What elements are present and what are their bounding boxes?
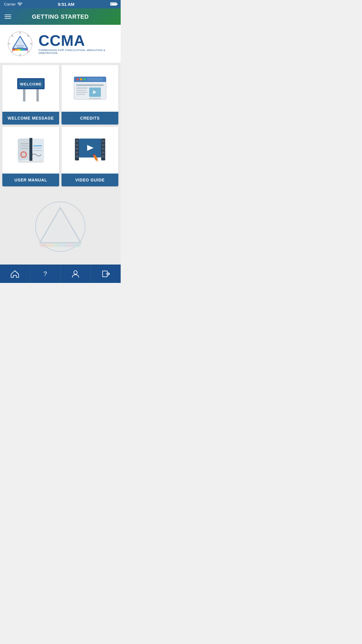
nav-home-button[interactable] [0, 265, 30, 283]
logo-area: CCMA COMMISSION FOR CONCILIATION, MEDIAT… [0, 25, 121, 63]
svg-rect-37 [76, 88, 87, 89]
svg-point-30 [76, 78, 79, 80]
browser-window-icon [71, 74, 109, 103]
svg-rect-79 [73, 244, 81, 247]
svg-rect-61 [102, 151, 105, 154]
user-manual-icon-area [2, 127, 59, 174]
status-time: 9:51 AM [58, 2, 74, 7]
watermark-area [0, 189, 121, 265]
svg-rect-33 [87, 78, 103, 81]
logout-icon [101, 270, 110, 278]
svg-rect-74 [40, 244, 47, 247]
ccma-title: CCMA [38, 33, 114, 48]
bottom-navigation: ? [0, 265, 121, 283]
help-icon: ? [41, 270, 50, 278]
cards-grid-section: WELCOME WELCOME MESSAGE [0, 63, 121, 189]
svg-rect-76 [53, 244, 60, 247]
svg-rect-17 [20, 49, 23, 50]
svg-rect-14 [12, 49, 15, 50]
svg-rect-18 [23, 49, 25, 50]
svg-rect-15 [15, 49, 17, 50]
nav-profile-button[interactable] [61, 265, 91, 283]
svg-rect-54 [75, 148, 78, 150]
svg-rect-40 [76, 94, 85, 95]
svg-text:WELCOME: WELCOME [20, 82, 42, 86]
svg-point-31 [80, 78, 82, 80]
battery-indicator [110, 2, 117, 6]
svg-rect-52 [75, 140, 78, 142]
svg-point-32 [83, 78, 86, 80]
svg-rect-20 [23, 88, 25, 102]
welcome-icon-area: WELCOME [2, 65, 59, 112]
svg-rect-75 [47, 244, 53, 247]
user-manual-label: USER MANUAL [2, 174, 59, 186]
credits-label: CREDITS [61, 112, 118, 125]
video-guide-label: VIDEO GUIDE [61, 174, 118, 186]
svg-rect-19 [25, 49, 28, 50]
page-title: GETTING STARTED [32, 13, 89, 20]
svg-rect-55 [75, 151, 78, 154]
ccma-emblem-icon [7, 31, 33, 57]
video-guide-card[interactable]: VIDEO GUIDE [61, 127, 118, 186]
credits-card[interactable]: CREDITS [61, 65, 118, 125]
svg-rect-56 [75, 155, 78, 158]
svg-rect-21 [36, 88, 39, 102]
svg-rect-39 [76, 92, 87, 93]
profile-icon [71, 270, 80, 278]
user-manual-card[interactable]: USER MANUAL [2, 127, 59, 186]
app-header: GETTING STARTED [0, 8, 121, 25]
welcome-message-card[interactable]: WELCOME WELCOME MESSAGE [2, 65, 59, 125]
cards-grid: WELCOME WELCOME MESSAGE [2, 65, 118, 186]
logo-text-area: CCMA COMMISSION FOR CONCILIATION, MEDIAT… [38, 33, 114, 55]
status-bar: Carrier 9:51 AM [0, 0, 121, 8]
svg-rect-41 [89, 98, 101, 99]
welcome-message-label: WELCOME MESSAGE [2, 112, 59, 125]
hamburger-menu-button[interactable] [5, 15, 11, 19]
svg-rect-34 [76, 84, 104, 86]
status-left: Carrier [4, 2, 22, 6]
svg-rect-58 [102, 140, 105, 142]
svg-rect-60 [102, 148, 105, 150]
video-play-icon [73, 136, 108, 165]
video-guide-icon-area [61, 127, 118, 174]
svg-rect-78 [67, 244, 73, 247]
svg-line-5 [11, 35, 13, 36]
svg-rect-38 [76, 90, 87, 91]
nav-help-button[interactable]: ? [30, 265, 61, 283]
svg-rect-53 [75, 144, 78, 146]
welcome-sign-icon: WELCOME [12, 74, 50, 103]
ccma-subtitle: COMMISSION FOR CONCILIATION, MEDIATION &… [38, 49, 114, 55]
svg-rect-16 [17, 49, 20, 50]
wifi-icon [17, 3, 22, 6]
svg-rect-59 [102, 144, 105, 146]
svg-rect-42 [29, 138, 32, 161]
svg-point-81 [74, 271, 77, 274]
carrier-label: Carrier [4, 2, 16, 6]
svg-rect-77 [60, 244, 67, 247]
svg-line-7 [11, 51, 13, 52]
credits-icon-area [61, 65, 118, 112]
book-icon [13, 136, 48, 165]
watermark-logo-icon [17, 200, 104, 259]
nav-logout-button[interactable] [91, 265, 121, 283]
svg-text:?: ? [43, 270, 47, 277]
home-icon [10, 270, 19, 278]
svg-rect-62 [102, 155, 105, 158]
